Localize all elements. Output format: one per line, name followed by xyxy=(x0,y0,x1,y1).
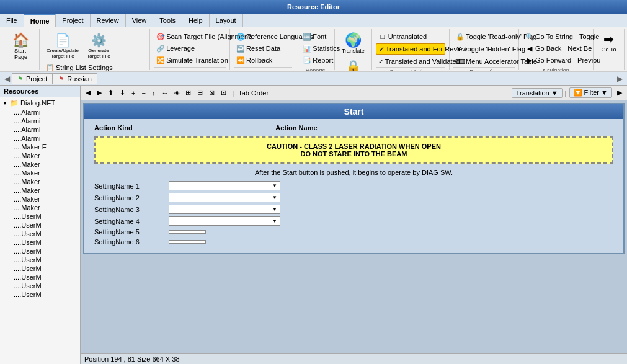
go-back-button[interactable]: ◀ Go Back xyxy=(523,43,564,54)
toolbar-right: Translation ▼ | 🔽 Filter ▼ ▶ xyxy=(512,87,625,98)
project-label: Project xyxy=(26,75,47,82)
form-window: Start Action Kind Action Name CAUTION - … xyxy=(83,103,625,254)
report-button[interactable]: 📑 Report xyxy=(300,55,336,66)
toolbar-btn-3[interactable]: ⬆ xyxy=(105,87,116,98)
toggle-hidden-button[interactable]: 👁 Toggle 'Hidden' Flag xyxy=(453,43,515,55)
reset-data-button[interactable]: ↩️ Reset Data xyxy=(234,43,283,54)
go-to-string-button[interactable]: 🔍 Go To String xyxy=(523,31,576,42)
rollback-button[interactable]: ⏪ Rollback xyxy=(234,55,275,66)
tree-item-0[interactable]: ▼📁 Dialog.NET xyxy=(1,99,79,108)
tree-item-17[interactable]: ....UserM xyxy=(1,247,79,255)
tree-item-2[interactable]: ....Alarmi xyxy=(1,117,79,125)
generate-button[interactable]: ⚙️ GenerateTarget File xyxy=(83,31,114,61)
tree-item-19[interactable]: ....UserM xyxy=(1,264,79,273)
filter-dropdown[interactable]: 🔽 Filter ▼ xyxy=(569,87,612,98)
toolbar-btn-8[interactable]: ↔ xyxy=(159,88,171,98)
untranslated-icon: □ xyxy=(378,32,387,41)
menu-accelerator-button[interactable]: ⌨ Menu Accelerator Table xyxy=(453,56,515,67)
action-kind-header: Action Kind xyxy=(94,124,263,131)
tree-item-5[interactable]: ....Maker E xyxy=(1,143,79,151)
create-update-button[interactable]: 📄 Create/UpdateTarget File xyxy=(43,31,82,61)
toolbar-btn-9[interactable]: ◈ xyxy=(172,87,182,98)
simulate-translation-button[interactable]: 🔀 Simulate Translation xyxy=(154,55,231,66)
tree-item-13[interactable]: ....UserM xyxy=(1,212,79,221)
info-text: After the Start button is pushed, it beg… xyxy=(94,169,613,176)
toolbar-btn-13[interactable]: ⊡ xyxy=(218,87,229,98)
toolbar-btn-12[interactable]: ⊠ xyxy=(207,87,217,98)
goto-button[interactable]: ➡ Go To xyxy=(597,30,621,55)
toolbar-btn-11[interactable]: ⊟ xyxy=(195,87,205,98)
tree-item-1[interactable]: ....Alarmi xyxy=(1,108,79,117)
translation-dropdown[interactable]: Translation ▼ xyxy=(512,88,563,98)
tab-layout[interactable]: Layout xyxy=(210,14,243,27)
leverage-button[interactable]: 🔗 Leverage xyxy=(154,43,197,54)
run-filter-button[interactable]: ▶ xyxy=(615,87,625,98)
toggle-readonly-button[interactable]: 🔒 Toggle 'Read-only' Flag xyxy=(453,31,515,42)
tree-item-11[interactable]: ....Maker xyxy=(1,195,79,203)
tab-project[interactable]: Project xyxy=(56,14,90,27)
nav-left-arrow[interactable]: ◀ xyxy=(2,74,12,83)
tree-item-22[interactable]: ....UserM xyxy=(1,290,79,299)
font-button[interactable]: 🔤 Font xyxy=(300,31,329,42)
tree-item-20[interactable]: ....UserM xyxy=(1,273,79,282)
main-layout: Resources ▼📁 Dialog.NET ....Alarmi ....A… xyxy=(0,86,627,364)
segment-actions-label: Segment Actions xyxy=(376,67,445,72)
tab-view[interactable]: View xyxy=(126,14,154,27)
tree-item-6[interactable]: ....Maker xyxy=(1,151,79,160)
tree-item-12[interactable]: ....Maker xyxy=(1,203,79,212)
go-back-icon: ◀ xyxy=(525,44,534,53)
string-list-button[interactable]: 📋 String List Settings xyxy=(43,62,115,72)
tree-item-10[interactable]: ....Maker xyxy=(1,186,79,195)
toolbar-btn-2[interactable]: ▶ xyxy=(94,87,104,98)
tree-item-18[interactable]: ....UserM xyxy=(1,255,79,264)
setting-row-4: SettingName 5 xyxy=(94,228,613,236)
tree-item-15[interactable]: ....UserM xyxy=(1,229,79,238)
setting-label-5: SettingName 6 xyxy=(94,238,169,246)
setting-input-4[interactable] xyxy=(169,230,206,234)
rollback-icon: ⏪ xyxy=(236,56,245,64)
tree-item-3[interactable]: ....Alarmi xyxy=(1,125,79,134)
toolbar-btn-4[interactable]: ⬇ xyxy=(117,87,128,98)
tree-item-16[interactable]: ....UserM xyxy=(1,238,79,247)
toolbar-btn-6[interactable]: − xyxy=(139,88,148,98)
go-forward-button[interactable]: ▶ Go Forward xyxy=(523,55,574,66)
tree-item-7[interactable]: ....Maker xyxy=(1,160,79,169)
toolbar-btn-1[interactable]: ◀ xyxy=(83,87,93,98)
lock-segment-button[interactable]: 🔒 LockSegment xyxy=(339,57,367,72)
title-text: Resource Editor xyxy=(287,3,340,11)
toolbar-btn-10[interactable]: ⊞ xyxy=(183,87,193,98)
tree-item-9[interactable]: ....Maker xyxy=(1,177,79,186)
toolbar-btn-5[interactable]: + xyxy=(129,88,138,98)
resources-tree[interactable]: ▼📁 Dialog.NET ....Alarmi ....Alarmi ....… xyxy=(0,97,80,364)
tab-help[interactable]: Help xyxy=(182,14,210,27)
translate-button[interactable]: 🌍 Translate xyxy=(339,31,368,56)
untranslated-button[interactable]: □ Untranslated xyxy=(376,31,445,42)
start-page-button[interactable]: 🏠 StartPage xyxy=(9,31,33,62)
ribbon-group-reference: 🌐 Reference Languages ↩️ Reset Data ⏪ Ro… xyxy=(230,29,296,70)
toolbar-btn-7[interactable]: ↕ xyxy=(149,88,158,98)
setting-input-5[interactable] xyxy=(169,240,206,244)
title-bar: Resource Editor xyxy=(0,0,627,14)
project-flag: ⚑ xyxy=(17,75,24,83)
next-be-button[interactable]: Next Be xyxy=(565,43,594,53)
tree-item-8[interactable]: ....Maker xyxy=(1,169,79,177)
russian-tab[interactable]: ⚑ Russian xyxy=(53,73,97,84)
nav-right-arrow[interactable]: ▶ xyxy=(615,74,625,83)
tab-review[interactable]: Review xyxy=(91,14,126,27)
tree-item-4[interactable]: ....Alarmi xyxy=(1,134,79,143)
translated-for-review-button[interactable]: ✓ Translated and For Review xyxy=(376,43,445,55)
setting-combo-3[interactable]: ▼ xyxy=(169,216,280,226)
setting-combo-2[interactable]: ▼ xyxy=(169,205,280,214)
translated-validated-button[interactable]: ✓ Translated and Validated xyxy=(376,56,445,67)
scan-icon: 🎯 xyxy=(156,32,165,41)
go-forward-icon: ▶ xyxy=(525,56,534,64)
setting-combo-1[interactable]: ▼ xyxy=(169,193,280,202)
project-tab[interactable]: ⚑ Project xyxy=(12,73,53,84)
tab-home[interactable]: Home xyxy=(24,14,56,27)
tree-item-14[interactable]: ....UserM xyxy=(1,221,79,229)
setting-combo-0[interactable]: ▼ xyxy=(169,181,280,190)
russian-flag: ⚑ xyxy=(58,75,64,83)
tree-item-21[interactable]: ....UserM xyxy=(1,282,79,290)
tab-file[interactable]: File xyxy=(0,14,24,27)
tab-tools[interactable]: Tools xyxy=(153,14,182,27)
